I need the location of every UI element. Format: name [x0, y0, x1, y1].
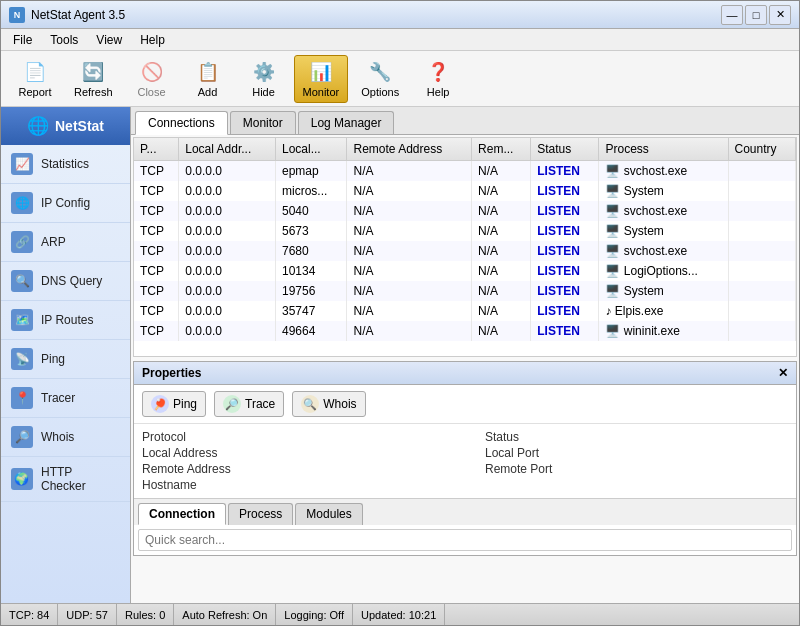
connections-table[interactable]: P... Local Addr... Local... Remote Addre…: [133, 137, 797, 357]
title-controls: — □ ✕: [721, 5, 791, 25]
table-cell-6: 🖥️ System: [599, 181, 728, 201]
table-row[interactable]: TCP0.0.0.05673N/AN/ALISTEN🖥️ System: [134, 221, 796, 241]
data-table: P... Local Addr... Local... Remote Addre…: [134, 138, 796, 341]
table-cell-6: 🖥️ LogiOptions...: [599, 261, 728, 281]
col-remote-port: Rem...: [472, 138, 531, 161]
tab-connections[interactable]: Connections: [135, 111, 228, 135]
table-row[interactable]: TCP0.0.0.049664N/AN/ALISTEN🖥️ wininit.ex…: [134, 321, 796, 341]
toolbar-monitor[interactable]: 📊 Monitor: [294, 55, 349, 103]
monitor-icon: 📊: [309, 60, 333, 84]
table-cell-3: N/A: [347, 321, 472, 341]
col-protocol: P...: [134, 138, 179, 161]
sidebar-item-statistics[interactable]: 📈 Statistics: [1, 145, 130, 184]
subtab-connection[interactable]: Connection: [138, 503, 226, 525]
prop-whois-button[interactable]: 🔍 Whois: [292, 391, 365, 417]
main-tabs: Connections Monitor Log Manager: [131, 107, 799, 135]
toolbar-options[interactable]: 🔧 Options: [352, 55, 408, 103]
table-cell-6: ♪ Elpis.exe: [599, 301, 728, 321]
table-cell-6: 🖥️ svchost.exe: [599, 201, 728, 221]
status-logging: Logging: Off: [276, 604, 353, 625]
toolbar-hide[interactable]: ⚙️ Hide: [238, 55, 290, 103]
dnsquery-icon: 🔍: [11, 270, 33, 292]
table-row[interactable]: TCP0.0.0.035747N/AN/ALISTEN♪ Elpis.exe: [134, 301, 796, 321]
table-row[interactable]: TCP0.0.0.05040N/AN/ALISTEN🖥️ svchost.exe: [134, 201, 796, 221]
table-cell-4: N/A: [472, 301, 531, 321]
table-cell-5: LISTEN: [531, 201, 599, 221]
sub-tabs: Connection Process Modules: [134, 498, 796, 525]
table-cell-7: [728, 161, 795, 182]
table-row[interactable]: TCP0.0.0.07680N/AN/ALISTEN🖥️ svchost.exe: [134, 241, 796, 261]
options-icon: 🔧: [368, 60, 392, 84]
table-cell-7: [728, 181, 795, 201]
menu-help[interactable]: Help: [132, 31, 173, 49]
table-row[interactable]: TCP0.0.0.0micros...N/AN/ALISTEN🖥️ System: [134, 181, 796, 201]
close-button[interactable]: ✕: [769, 5, 791, 25]
toolbar-close[interactable]: 🚫 Close: [126, 55, 178, 103]
refresh-icon: 🔄: [81, 60, 105, 84]
toolbar-refresh[interactable]: 🔄 Refresh: [65, 55, 122, 103]
table-cell-3: N/A: [347, 261, 472, 281]
toolbar-report[interactable]: 📄 Report: [9, 55, 61, 103]
menu-view[interactable]: View: [88, 31, 130, 49]
properties-close-icon[interactable]: ✕: [778, 366, 788, 380]
maximize-button[interactable]: □: [745, 5, 767, 25]
table-cell-6: 🖥️ wininit.exe: [599, 321, 728, 341]
toolbar-help[interactable]: ❓ Help: [412, 55, 464, 103]
prop-ping-icon: 🏓: [151, 395, 169, 413]
sidebar-item-whois[interactable]: 🔎 Whois: [1, 418, 130, 457]
main-window: N NetStat Agent 3.5 — □ ✕ File Tools Vie…: [0, 0, 800, 626]
sidebar-item-ping[interactable]: 📡 Ping: [1, 340, 130, 379]
table-cell-5: LISTEN: [531, 161, 599, 182]
title-bar: N NetStat Agent 3.5 — □ ✕: [1, 1, 799, 29]
table-cell-2: 7680: [276, 241, 347, 261]
status-rules: Rules: 0: [117, 604, 174, 625]
table-header-row: P... Local Addr... Local... Remote Addre…: [134, 138, 796, 161]
table-cell-4: N/A: [472, 241, 531, 261]
table-cell-4: N/A: [472, 181, 531, 201]
table-row[interactable]: TCP0.0.0.010134N/AN/ALISTEN🖥️ LogiOption…: [134, 261, 796, 281]
prop-protocol-label: Protocol: [142, 430, 445, 444]
table-row[interactable]: TCP0.0.0.019756N/AN/ALISTEN🖥️ System: [134, 281, 796, 301]
sidebar-item-iproutes[interactable]: 🗺️ IP Routes: [1, 301, 130, 340]
subtab-process[interactable]: Process: [228, 503, 293, 525]
tab-logmanager[interactable]: Log Manager: [298, 111, 395, 134]
minimize-button[interactable]: —: [721, 5, 743, 25]
table-cell-6: 🖥️ svchost.exe: [599, 241, 728, 261]
col-country: Country: [728, 138, 795, 161]
properties-toolbar: 🏓 Ping 🔎 Trace 🔍 Whois: [134, 385, 796, 424]
table-cell-6: 🖥️ System: [599, 221, 728, 241]
quick-search-input[interactable]: [138, 529, 792, 551]
sidebar-item-tracer[interactable]: 📍 Tracer: [1, 379, 130, 418]
prop-trace-button[interactable]: 🔎 Trace: [214, 391, 284, 417]
sidebar-item-ipconfig[interactable]: 🌐 IP Config: [1, 184, 130, 223]
sidebar-item-dnsquery[interactable]: 🔍 DNS Query: [1, 262, 130, 301]
subtab-modules[interactable]: Modules: [295, 503, 362, 525]
table-cell-0: TCP: [134, 201, 179, 221]
tab-monitor[interactable]: Monitor: [230, 111, 296, 134]
table-cell-1: 0.0.0.0: [179, 301, 276, 321]
netstat-icon: 🌐: [27, 115, 49, 137]
table-cell-3: N/A: [347, 241, 472, 261]
table-cell-2: 49664: [276, 321, 347, 341]
app-icon: N: [9, 7, 25, 23]
menu-tools[interactable]: Tools: [42, 31, 86, 49]
window-title: NetStat Agent 3.5: [31, 8, 125, 22]
table-cell-0: TCP: [134, 221, 179, 241]
table-cell-2: 10134: [276, 261, 347, 281]
right-panel: Connections Monitor Log Manager P... Loc…: [131, 107, 799, 603]
table-cell-1: 0.0.0.0: [179, 321, 276, 341]
table-cell-4: N/A: [472, 321, 531, 341]
table-cell-5: LISTEN: [531, 181, 599, 201]
add-icon: 📋: [196, 60, 220, 84]
table-cell-7: [728, 301, 795, 321]
table-row[interactable]: TCP0.0.0.0epmapN/AN/ALISTEN🖥️ svchost.ex…: [134, 161, 796, 182]
sidebar-item-arp[interactable]: 🔗 ARP: [1, 223, 130, 262]
prop-trace-icon: 🔎: [223, 395, 241, 413]
toolbar-add[interactable]: 📋 Add: [182, 55, 234, 103]
table-cell-7: [728, 321, 795, 341]
table-cell-0: TCP: [134, 321, 179, 341]
menu-file[interactable]: File: [5, 31, 40, 49]
toolbar: 📄 Report 🔄 Refresh 🚫 Close 📋 Add ⚙️ Hide…: [1, 51, 799, 107]
prop-ping-button[interactable]: 🏓 Ping: [142, 391, 206, 417]
sidebar-item-httpchecker[interactable]: 🌍 HTTP Checker: [1, 457, 130, 502]
